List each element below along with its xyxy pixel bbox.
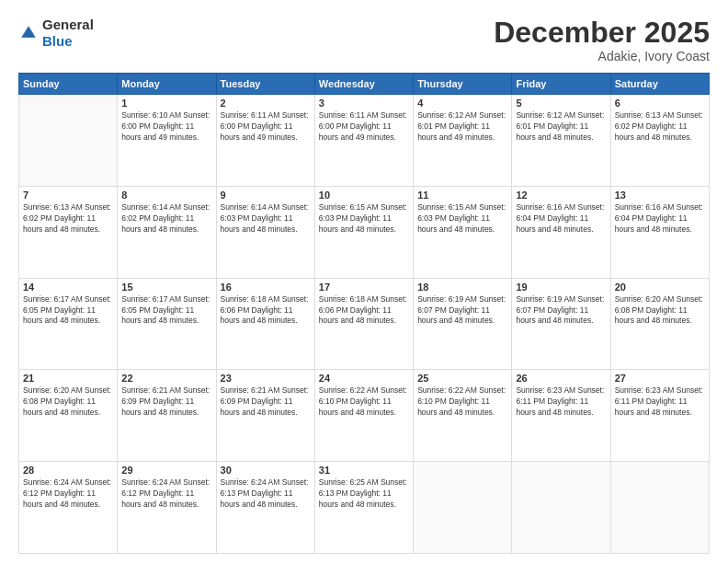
day-info-10: Sunrise: 6:15 AM Sunset: 6:03 PM Dayligh…	[319, 202, 409, 236]
day-info-31: Sunrise: 6:25 AM Sunset: 6:13 PM Dayligh…	[319, 477, 409, 511]
day-info-21: Sunrise: 6:20 AM Sunset: 6:08 PM Dayligh…	[23, 385, 113, 419]
day-info-27: Sunrise: 6:23 AM Sunset: 6:11 PM Dayligh…	[615, 385, 705, 419]
cell-w2-d1: 7Sunrise: 6:13 AM Sunset: 6:02 PM Daylig…	[19, 186, 118, 278]
cell-w5-d6	[512, 462, 610, 554]
week-row-3: 14Sunrise: 6:17 AM Sunset: 6:05 PM Dayli…	[19, 278, 710, 370]
cell-w4-d6: 26Sunrise: 6:23 AM Sunset: 6:11 PM Dayli…	[512, 370, 610, 462]
day-info-13: Sunrise: 6:16 AM Sunset: 6:04 PM Dayligh…	[615, 202, 705, 236]
day-number-6: 6	[615, 98, 705, 109]
title-area: December 2025 Adakie, Ivory Coast	[494, 17, 710, 63]
day-number-28: 28	[23, 465, 113, 476]
day-number-18: 18	[417, 282, 507, 293]
cell-w2-d3: 9Sunrise: 6:14 AM Sunset: 6:03 PM Daylig…	[216, 186, 314, 278]
day-info-18: Sunrise: 6:19 AM Sunset: 6:07 PM Dayligh…	[417, 294, 507, 327]
logo-blue: Blue	[42, 33, 73, 49]
day-info-5: Sunrise: 6:12 AM Sunset: 6:01 PM Dayligh…	[516, 110, 606, 144]
logo-icon	[18, 23, 39, 43]
cell-w1-d6: 5Sunrise: 6:12 AM Sunset: 6:01 PM Daylig…	[512, 95, 610, 187]
cell-w5-d5	[414, 462, 512, 554]
day-info-17: Sunrise: 6:18 AM Sunset: 6:06 PM Dayligh…	[319, 294, 409, 327]
cell-w1-d2: 1Sunrise: 6:10 AM Sunset: 6:00 PM Daylig…	[118, 95, 216, 187]
day-number-21: 21	[23, 373, 113, 384]
day-number-10: 10	[319, 190, 409, 201]
cell-w4-d2: 22Sunrise: 6:21 AM Sunset: 6:09 PM Dayli…	[118, 370, 216, 462]
day-number-14: 14	[23, 282, 113, 293]
day-number-4: 4	[417, 98, 507, 109]
week-row-5: 28Sunrise: 6:24 AM Sunset: 6:12 PM Dayli…	[19, 462, 710, 554]
cell-w4-d5: 25Sunrise: 6:22 AM Sunset: 6:10 PM Dayli…	[414, 370, 512, 462]
day-info-4: Sunrise: 6:12 AM Sunset: 6:01 PM Dayligh…	[417, 110, 507, 144]
day-number-29: 29	[121, 465, 211, 476]
cell-w1-d3: 2Sunrise: 6:11 AM Sunset: 6:00 PM Daylig…	[216, 95, 314, 187]
month-title: December 2025	[494, 17, 710, 49]
day-info-7: Sunrise: 6:13 AM Sunset: 6:02 PM Dayligh…	[23, 202, 113, 236]
day-info-9: Sunrise: 6:14 AM Sunset: 6:03 PM Dayligh…	[221, 202, 311, 236]
day-number-27: 27	[615, 373, 705, 384]
cell-w3-d4: 17Sunrise: 6:18 AM Sunset: 6:06 PM Dayli…	[314, 278, 413, 370]
day-number-17: 17	[319, 282, 409, 293]
calendar-header-row: Sunday Monday Tuesday Wednesday Thursday…	[19, 74, 710, 95]
day-number-11: 11	[417, 190, 507, 201]
week-row-4: 21Sunrise: 6:20 AM Sunset: 6:08 PM Dayli…	[19, 370, 710, 462]
page: General Blue December 2025 Adakie, Ivory…	[0, 0, 728, 563]
location-title: Adakie, Ivory Coast	[494, 49, 710, 63]
day-number-31: 31	[319, 465, 409, 476]
calendar-table: Sunday Monday Tuesday Wednesday Thursday…	[18, 73, 710, 554]
cell-w2-d4: 10Sunrise: 6:15 AM Sunset: 6:03 PM Dayli…	[314, 186, 413, 278]
day-info-11: Sunrise: 6:15 AM Sunset: 6:03 PM Dayligh…	[417, 202, 507, 236]
day-number-15: 15	[121, 282, 211, 293]
day-info-29: Sunrise: 6:24 AM Sunset: 6:12 PM Dayligh…	[121, 477, 211, 511]
day-number-23: 23	[221, 373, 311, 384]
cell-w5-d7	[610, 462, 709, 554]
day-info-26: Sunrise: 6:23 AM Sunset: 6:11 PM Dayligh…	[516, 385, 606, 419]
day-number-26: 26	[516, 373, 606, 384]
cell-w1-d7: 6Sunrise: 6:13 AM Sunset: 6:02 PM Daylig…	[610, 95, 709, 187]
day-info-16: Sunrise: 6:18 AM Sunset: 6:06 PM Dayligh…	[221, 294, 311, 327]
col-sunday: Sunday	[19, 74, 118, 95]
day-number-20: 20	[615, 282, 705, 293]
cell-w2-d6: 12Sunrise: 6:16 AM Sunset: 6:04 PM Dayli…	[512, 186, 610, 278]
day-number-3: 3	[319, 98, 409, 109]
logo-text: General Blue	[42, 17, 94, 50]
day-info-25: Sunrise: 6:22 AM Sunset: 6:10 PM Dayligh…	[417, 385, 507, 419]
day-number-16: 16	[221, 282, 311, 293]
day-info-3: Sunrise: 6:11 AM Sunset: 6:00 PM Dayligh…	[319, 110, 409, 144]
day-number-9: 9	[221, 190, 311, 201]
day-info-23: Sunrise: 6:21 AM Sunset: 6:09 PM Dayligh…	[221, 385, 311, 419]
day-info-1: Sunrise: 6:10 AM Sunset: 6:00 PM Dayligh…	[121, 110, 211, 144]
day-number-22: 22	[121, 373, 211, 384]
cell-w5-d4: 31Sunrise: 6:25 AM Sunset: 6:13 PM Dayli…	[314, 462, 413, 554]
day-info-15: Sunrise: 6:17 AM Sunset: 6:05 PM Dayligh…	[121, 294, 211, 327]
day-info-6: Sunrise: 6:13 AM Sunset: 6:02 PM Dayligh…	[615, 110, 705, 144]
cell-w2-d5: 11Sunrise: 6:15 AM Sunset: 6:03 PM Dayli…	[414, 186, 512, 278]
cell-w3-d3: 16Sunrise: 6:18 AM Sunset: 6:06 PM Dayli…	[216, 278, 314, 370]
day-number-30: 30	[221, 465, 311, 476]
logo: General Blue	[18, 17, 94, 50]
header: General Blue December 2025 Adakie, Ivory…	[18, 17, 710, 63]
cell-w4-d4: 24Sunrise: 6:22 AM Sunset: 6:10 PM Dayli…	[314, 370, 413, 462]
cell-w3-d1: 14Sunrise: 6:17 AM Sunset: 6:05 PM Dayli…	[19, 278, 118, 370]
col-tuesday: Tuesday	[216, 74, 314, 95]
col-saturday: Saturday	[610, 74, 709, 95]
day-number-13: 13	[615, 190, 705, 201]
cell-w2-d7: 13Sunrise: 6:16 AM Sunset: 6:04 PM Dayli…	[610, 186, 709, 278]
week-row-2: 7Sunrise: 6:13 AM Sunset: 6:02 PM Daylig…	[19, 186, 710, 278]
cell-w2-d2: 8Sunrise: 6:14 AM Sunset: 6:02 PM Daylig…	[118, 186, 216, 278]
day-number-12: 12	[516, 190, 606, 201]
day-info-2: Sunrise: 6:11 AM Sunset: 6:00 PM Dayligh…	[221, 110, 311, 144]
day-number-24: 24	[319, 373, 409, 384]
day-info-30: Sunrise: 6:24 AM Sunset: 6:13 PM Dayligh…	[221, 477, 311, 511]
day-number-2: 2	[221, 98, 311, 109]
cell-w1-d4: 3Sunrise: 6:11 AM Sunset: 6:00 PM Daylig…	[314, 95, 413, 187]
cell-w5-d3: 30Sunrise: 6:24 AM Sunset: 6:13 PM Dayli…	[216, 462, 314, 554]
col-friday: Friday	[512, 74, 610, 95]
col-monday: Monday	[118, 74, 216, 95]
col-thursday: Thursday	[414, 74, 512, 95]
cell-w1-d5: 4Sunrise: 6:12 AM Sunset: 6:01 PM Daylig…	[414, 95, 512, 187]
cell-w1-d1	[19, 95, 118, 187]
cell-w3-d7: 20Sunrise: 6:20 AM Sunset: 6:08 PM Dayli…	[610, 278, 709, 370]
day-info-28: Sunrise: 6:24 AM Sunset: 6:12 PM Dayligh…	[23, 477, 113, 511]
cell-w3-d2: 15Sunrise: 6:17 AM Sunset: 6:05 PM Dayli…	[118, 278, 216, 370]
day-info-14: Sunrise: 6:17 AM Sunset: 6:05 PM Dayligh…	[23, 294, 113, 327]
day-info-22: Sunrise: 6:21 AM Sunset: 6:09 PM Dayligh…	[121, 385, 211, 419]
